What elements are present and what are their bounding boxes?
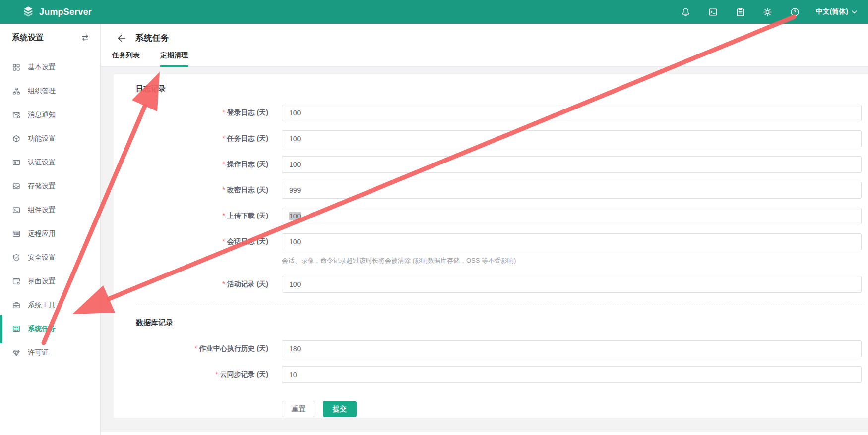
topbar-actions: 中文(简体) [678, 3, 859, 20]
required-asterisk: * [215, 370, 218, 378]
sidebar-item-label: 界面设置 [28, 277, 56, 286]
sidebar-item-label: 基本设置 [28, 63, 56, 72]
form-row: *上传下载 (天) 100 [114, 208, 868, 224]
password-change-log-days-input[interactable] [282, 182, 862, 199]
sidebar-item-label: 消息通知 [28, 110, 56, 119]
storage-icon [12, 182, 20, 190]
form-row: *任务日志 (天) [114, 130, 868, 147]
sidebar-item-features[interactable]: 功能设置 [0, 127, 100, 151]
sidebar-item-basic-settings[interactable]: 基本设置 [0, 55, 100, 79]
web-terminal-icon[interactable] [705, 3, 722, 20]
settings-card: 日志记录 *登录日志 (天) *任务日志 (天) *操作日志 (天) *改密日志… [114, 74, 868, 418]
sidebar-item-interface[interactable]: 界面设置 [0, 270, 100, 293]
cloud-sync-days-input[interactable] [282, 366, 862, 383]
toolbox-icon [12, 301, 20, 309]
selected-value: 100 [289, 212, 301, 220]
sidebar-item-license[interactable]: 许可证 [0, 341, 100, 365]
sidebar-item-label: 组织管理 [28, 87, 56, 96]
id-card-icon [12, 159, 20, 166]
sidebar-item-label: 系统工具 [28, 301, 56, 310]
form-row: *云同步记录 (天) [114, 366, 868, 383]
session-help-text: 会话、录像，命令记录超过该时长将会被清除 (影响数据库存储，OSS 等不受影响) [282, 256, 862, 265]
license-icon [12, 349, 20, 357]
sidebar-item-label: 远程应用 [28, 229, 56, 238]
ftp-log-days-input[interactable]: 100 [282, 208, 862, 224]
main-content: 系统任务 任务列表 定期清理 日志记录 *登录日志 (天) *任务日志 (天) … [101, 24, 868, 435]
language-selector[interactable]: 中文(简体) [814, 7, 859, 16]
section-divider [136, 305, 862, 305]
field-label: *改密日志 (天) [114, 186, 282, 195]
grid-icon [12, 63, 20, 71]
bell-icon[interactable] [678, 3, 694, 20]
section-title-log-records: 日志记录 [136, 84, 868, 94]
mail-gear-icon [12, 111, 20, 119]
sidebar-item-notifications[interactable]: 消息通知 [0, 103, 100, 127]
required-asterisk: * [222, 134, 225, 142]
form-row: *改密日志 (天) [114, 182, 868, 199]
page-title: 系统任务 [135, 32, 169, 44]
job-center-history-days-input[interactable] [282, 340, 862, 357]
brand-name: JumpServer [39, 7, 92, 17]
sidebar-item-label: 组件设置 [28, 206, 56, 215]
activity-log-days-input[interactable] [282, 276, 862, 293]
login-log-days-input[interactable] [282, 105, 862, 121]
field-label: *作业中心执行历史 (天) [114, 344, 282, 353]
sidebar-item-components[interactable]: 组件设置 [0, 198, 100, 222]
form-actions: 重置 提交 [282, 401, 868, 418]
brand-logo[interactable]: JumpServer [22, 6, 92, 18]
form-row: *作业中心执行历史 (天) [114, 340, 868, 357]
required-asterisk: * [222, 186, 225, 194]
sidebar-item-storage[interactable]: 存储设置 [0, 174, 100, 198]
page-header: 系统任务 任务列表 定期清理 [101, 24, 868, 67]
help-icon[interactable] [787, 3, 804, 20]
sidebar-item-authentication[interactable]: 认证设置 [0, 151, 100, 174]
sidebar-menu: 基本设置 组织管理 消息通知 功能设置 认证设置 [0, 52, 100, 365]
sidebar-item-label: 系统任务 [28, 325, 56, 333]
required-asterisk: * [222, 109, 225, 116]
field-label: *活动记录 (天) [114, 280, 282, 289]
task-log-days-input[interactable] [282, 130, 862, 147]
operate-log-days-input[interactable] [282, 156, 862, 173]
cube-icon [12, 135, 20, 143]
sidebar-item-label: 安全设置 [28, 253, 56, 262]
sidebar-item-label: 认证设置 [28, 158, 56, 167]
required-asterisk: * [222, 237, 225, 245]
section-title-db-records: 数据库记录 [136, 318, 868, 327]
bottom-scroll-strip [101, 432, 868, 435]
chevron-down-icon [852, 10, 857, 14]
reset-button[interactable]: 重置 [282, 401, 315, 417]
field-label: *操作日志 (天) [114, 160, 282, 169]
sidebar-item-security[interactable]: 安全设置 [0, 246, 100, 270]
sidebar-item-label: 存储设置 [28, 182, 56, 191]
swap-panel-icon[interactable] [81, 34, 89, 41]
ticket-icon[interactable] [732, 3, 749, 20]
back-button[interactable] [117, 34, 126, 42]
required-asterisk: * [222, 280, 225, 288]
session-log-days-input[interactable] [282, 233, 862, 250]
tab-task-list[interactable]: 任务列表 [112, 51, 140, 66]
gear-icon[interactable] [759, 3, 776, 20]
required-asterisk: * [194, 344, 197, 352]
shield-icon [12, 254, 20, 262]
form-row: *登录日志 (天) [114, 105, 868, 121]
field-label: *云同步记录 (天) [114, 370, 282, 379]
jumpserver-logo-icon [22, 6, 35, 18]
sidebar-item-system-tools[interactable]: 系统工具 [0, 293, 100, 317]
sidebar-item-remote-apps[interactable]: 远程应用 [0, 222, 100, 246]
field-label: *任务日志 (天) [114, 134, 282, 143]
sidebar-title: 系统设置 [12, 33, 44, 43]
form-row: *活动记录 (天) [114, 276, 868, 293]
form-row: *操作日志 (天) [114, 156, 868, 173]
field-label: *上传下载 (天) [114, 212, 282, 220]
sidebar-item-org-management[interactable]: 组织管理 [0, 79, 100, 103]
tasks-icon [12, 325, 20, 333]
tab-periodic-clean[interactable]: 定期清理 [160, 51, 188, 66]
required-asterisk: * [222, 160, 225, 168]
sidebar-item-system-tasks[interactable]: 系统任务 [0, 317, 100, 341]
required-asterisk: * [222, 212, 225, 219]
sidebar-item-label: 许可证 [28, 348, 49, 357]
sidebar-item-label: 功能设置 [28, 134, 56, 143]
language-label: 中文(简体) [816, 7, 848, 16]
submit-button[interactable]: 提交 [323, 401, 357, 417]
sidebar: 系统设置 基本设置 组织管理 消息通知 [0, 24, 101, 435]
